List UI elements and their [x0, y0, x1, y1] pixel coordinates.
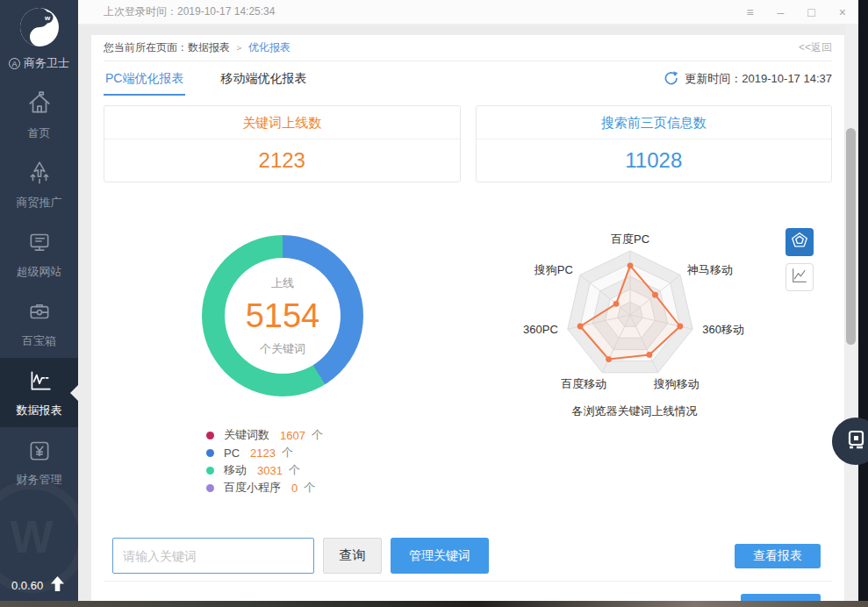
title-bar: 上次登录时间：2019-10-17 14:25:34 ≡ – □ ×: [78, 0, 858, 25]
stat-card-top3-info: 搜索前三页信息数 11028: [476, 105, 833, 182]
line-chart-toggle-button[interactable]: [786, 263, 814, 291]
desktop-bottom-edge: [0, 601, 868, 607]
stat-value: 11028: [477, 139, 832, 182]
app-logo-icon: w: [18, 6, 61, 52]
menu-icon[interactable]: ≡: [746, 6, 753, 18]
report-panel: 您当前所在页面： 数据报表 ＞ 优化报表 <<返回 PC端优化报表 移动端优化报…: [91, 35, 844, 601]
desktop-edge: [858, 0, 868, 607]
qr-code-icon: [844, 428, 867, 454]
donut-center-value: 5154: [246, 297, 320, 335]
sidebar-item-toolbox[interactable]: 百宝箱: [0, 289, 78, 358]
vertical-scrollbar[interactable]: [845, 25, 857, 601]
stat-cards: 关键词上线数 2123 搜索前三页信息数 11028: [104, 105, 832, 182]
legend-dot: [206, 484, 214, 492]
maximize-icon[interactable]: □: [807, 6, 814, 18]
stat-title: 关键词上线数: [104, 106, 460, 139]
screen: w A 商务卫士 首页: [0, 0, 868, 607]
svg-text:搜狗移动: 搜狗移动: [653, 377, 699, 390]
sidebar: w A 商务卫士 首页: [0, 0, 78, 601]
legend-item-mobile: 移动 3031 个: [206, 461, 323, 479]
query-button[interactable]: 查询: [323, 538, 382, 574]
tabs-bar: PC端优化报表 移动端优化报表 更新时间：2019-10-17 14:37: [104, 61, 832, 96]
main-area: 上次登录时间：2019-10-17 14:25:34 ≡ – □ × 您当前所在…: [78, 0, 858, 601]
legend-item-keywords: 关键词数 1607 个: [206, 426, 323, 444]
update-arrow-icon[interactable]: [51, 576, 64, 594]
refresh-icon[interactable]: [663, 70, 678, 89]
last-login-label: 上次登录时间：2019-10-17 14:25:34: [104, 4, 275, 19]
update-time-label: 更新时间：2019-10-17 14:37: [685, 71, 832, 87]
svg-text:百度PC: 百度PC: [611, 232, 649, 246]
legend-dot: [206, 449, 214, 457]
website-icon: [26, 229, 53, 258]
sidebar-item-data-reports[interactable]: 数据报表: [0, 358, 78, 427]
toolbox-icon: [26, 298, 53, 327]
radar-chart-toggle-button[interactable]: [786, 228, 814, 256]
keyword-search-bar: 查询 管理关键词 查看报表: [104, 538, 832, 574]
donut-center-bottom: 个关键词: [260, 341, 305, 357]
svg-text:搜狗PC: 搜狗PC: [534, 263, 573, 276]
chart-type-toolbar: [786, 228, 814, 291]
stat-title: 搜索前三页信息数: [477, 106, 832, 139]
stat-value: 2123: [104, 139, 460, 182]
radar-pentagon-icon: [790, 231, 809, 254]
sidebar-item-home[interactable]: 首页: [0, 81, 78, 150]
scrollbar-thumb[interactable]: [846, 128, 856, 345]
legend-dot: [206, 467, 214, 475]
promotion-icon: [26, 160, 53, 189]
stat-card-keywords-online: 关键词上线数 2123: [104, 105, 461, 182]
radar-chart: 百度PC神马移动360移动搜狗移动百度移动360PC搜狗PC: [494, 230, 775, 416]
svg-text:360PC: 360PC: [523, 323, 558, 336]
donut-center-top: 上线: [271, 275, 294, 291]
sidebar-item-promotion[interactable]: 商贸推广: [0, 150, 78, 219]
close-icon[interactable]: ×: [839, 6, 846, 18]
svg-text:神马移动: 神马移动: [686, 263, 733, 276]
breadcrumb-section: 数据报表: [188, 40, 230, 55]
breadcrumb-separator: ＞: [234, 41, 244, 54]
view-report-button[interactable]: 查看报表: [735, 544, 821, 568]
back-link[interactable]: <<返回: [799, 40, 832, 55]
breadcrumb-prefix: 您当前所在页面：: [104, 40, 188, 55]
svg-text:360移动: 360移动: [702, 323, 744, 336]
line-chart-icon: [790, 266, 809, 289]
tab-pc-report[interactable]: PC端优化报表: [104, 62, 185, 96]
svg-text:百度移动: 百度移动: [561, 377, 606, 390]
brand-block: w A 商务卫士: [0, 0, 78, 81]
brand-name: A 商务卫士: [9, 55, 69, 71]
home-icon: [26, 90, 53, 119]
radar-caption: 各浏览器关键词上线情况: [494, 403, 775, 419]
version-label: 0.0.60: [11, 579, 43, 592]
next-section-partial: [104, 581, 832, 601]
partial-blue-button[interactable]: [741, 594, 821, 601]
donut-legend: 关键词数 1607 个 PC 2123 个: [206, 426, 323, 496]
manage-keywords-button[interactable]: 管理关键词: [391, 538, 489, 574]
sidebar-item-website[interactable]: 超级网站: [0, 219, 78, 289]
breadcrumb-current[interactable]: 优化报表: [248, 40, 291, 55]
report-icon: [26, 368, 53, 396]
tab-mobile-report[interactable]: 移动端优化报表: [219, 62, 308, 96]
donut-chart: 上线 5154 个关键词: [202, 235, 363, 396]
content-area: 您当前所在页面： 数据报表 ＞ 优化报表 <<返回 PC端优化报表 移动端优化报…: [78, 25, 858, 601]
charts-section: 上线 5154 个关键词 关键词数 1607 个: [104, 182, 832, 495]
app-window: w A 商务卫士 首页: [0, 0, 858, 601]
svg-text:w: w: [43, 14, 50, 22]
legend-item-baidu-miniapp: 百度小程序 0 个: [206, 479, 323, 496]
keyword-input[interactable]: [112, 538, 314, 574]
minimize-icon[interactable]: –: [778, 6, 785, 18]
legend-dot: [206, 432, 214, 439]
legend-item-pc: PC 2123 个: [206, 444, 323, 461]
finance-icon: [26, 437, 53, 466]
brand-shield-icon: A: [9, 58, 20, 69]
breadcrumb: 您当前所在页面： 数据报表 ＞ 优化报表 <<返回: [104, 35, 832, 61]
